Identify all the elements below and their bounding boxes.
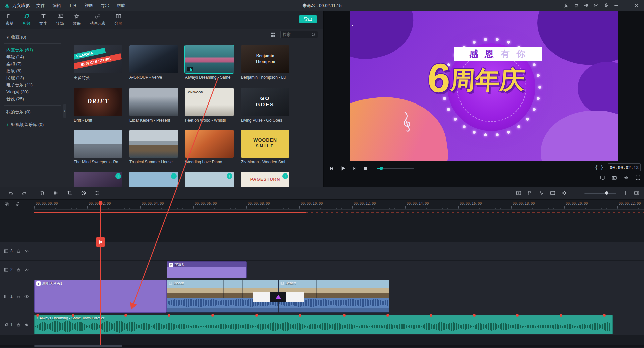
menu-item[interactable]: 帮助	[113, 0, 129, 11]
cart-icon[interactable]	[571, 0, 581, 11]
horizontal-scrollbar[interactable]	[0, 345, 644, 347]
subtitle-icon[interactable]	[550, 190, 555, 196]
music-thumbnail[interactable]: DRIFT ↓	[74, 88, 122, 116]
track-lane[interactable]	[34, 242, 644, 260]
eye-icon[interactable]	[24, 249, 29, 253]
fullscreen-icon[interactable]	[635, 175, 641, 180]
media-tab[interactable]: 素材	[1, 11, 18, 29]
zoom-out-icon[interactable]	[573, 190, 578, 196]
sidebar-item[interactable]: 收藏 (0)	[0, 33, 66, 41]
undo-icon[interactable]	[8, 190, 13, 196]
sidebar-item[interactable]: 电子音乐 (11)	[0, 81, 66, 88]
timeline-zoom-slider[interactable]	[584, 193, 616, 194]
sidebar-item[interactable]: 音效 (25)	[0, 95, 66, 102]
music-item[interactable]: ↓	[129, 172, 178, 187]
beat-marker[interactable]	[36, 314, 39, 317]
menu-item[interactable]: 导出	[97, 0, 113, 11]
sidebar-item[interactable]: 摇滚 (6)	[0, 67, 66, 74]
lock-icon[interactable]	[16, 294, 21, 299]
search-input[interactable]	[283, 32, 311, 37]
clip-subtitle[interactable]: T 字幕3	[167, 261, 247, 278]
sidebar-item[interactable]: 内置音乐 (61)	[0, 46, 66, 53]
zoom-in-icon[interactable]	[623, 190, 628, 196]
download-icon[interactable]: ↓	[115, 173, 121, 179]
playhead-handle[interactable]	[99, 201, 102, 205]
music-thumbnail[interactable]: FILMORA EFFECTS STORE ↓	[74, 45, 122, 73]
volume-slider[interactable]	[377, 168, 414, 169]
beat-marker[interactable]	[124, 314, 127, 317]
menu-item[interactable]: 编辑	[49, 0, 65, 11]
beat-marker[interactable]	[386, 314, 389, 317]
next-frame-button[interactable]	[352, 166, 357, 171]
music-thumbnail[interactable]: PAGESTURN ↓	[241, 172, 289, 187]
sidebar-item[interactable]: 我的音乐 (0)	[0, 108, 66, 115]
manage-tracks-icon[interactable]	[4, 202, 9, 207]
music-thumbnail[interactable]: WOODEN SMILE ↓	[241, 130, 289, 158]
download-icon[interactable]: ↓	[227, 173, 232, 179]
music-item[interactable]: GO GOES ↓ Living Pulse - Go Goes	[241, 88, 289, 123]
link-clips-icon[interactable]	[15, 202, 20, 207]
music-item[interactable]: DRIFT ↓ Drift - Drift	[74, 88, 122, 123]
beat-marker[interactable]	[168, 314, 170, 317]
stop-button[interactable]	[363, 166, 368, 171]
playhead[interactable]	[100, 201, 101, 345]
display-settings-icon[interactable]	[600, 175, 605, 180]
h-scrollbar-thumb[interactable]	[34, 345, 122, 347]
grid-view-icon[interactable]	[271, 32, 276, 37]
music-item[interactable]: ON WOOD ↓ Feet on Wood - Whistli	[185, 88, 234, 123]
lock-icon[interactable]	[16, 249, 21, 253]
music-thumbnail[interactable]: ↓	[74, 130, 122, 158]
download-icon[interactable]: ↓	[171, 173, 177, 179]
user-icon[interactable]	[561, 0, 571, 11]
music-thumbnail[interactable]: Benjamin Thompson ↓	[241, 45, 289, 73]
search-icon[interactable]	[311, 32, 316, 37]
music-thumbnail[interactable]: GO GOES ↓	[241, 88, 289, 116]
delete-icon[interactable]	[40, 190, 45, 196]
crop-icon[interactable]	[67, 190, 72, 196]
music-thumbnail[interactable]: ↓	[185, 172, 234, 187]
snapshot-icon[interactable]	[612, 175, 617, 180]
eye-icon[interactable]	[24, 268, 29, 272]
fit-timeline-icon[interactable]	[634, 190, 639, 196]
music-thumbnail[interactable]: ↓	[129, 172, 178, 187]
media-tab[interactable]: 效果	[68, 11, 85, 29]
track-lane[interactable]: T 周年庆片头1 Beach	[34, 279, 644, 314]
media-tab[interactable]: 分屏	[110, 11, 127, 29]
voiceover-mic-icon[interactable]	[539, 190, 544, 196]
music-thumbnail[interactable]: ↓	[129, 88, 178, 116]
lock-icon[interactable]	[16, 323, 21, 327]
sidebar-item[interactable]: 民谣 (13)	[0, 74, 66, 81]
split-scissors-icon[interactable]	[53, 190, 59, 196]
music-item[interactable]: ↓ The Mind Sweepers - Ra	[74, 130, 122, 164]
beat-marker[interactable]	[560, 314, 562, 317]
beat-marker[interactable]	[603, 314, 606, 317]
sidebar-collapse-button[interactable]: ‹	[63, 104, 66, 118]
media-tab[interactable]: 动画元素	[85, 11, 110, 29]
lock-icon[interactable]	[16, 268, 21, 272]
track-lane[interactable]: T 字幕3	[34, 261, 644, 279]
redo-icon[interactable]	[22, 190, 27, 196]
music-item[interactable]: ↓ Tropical Summer House	[129, 130, 178, 164]
play-button[interactable]	[340, 165, 346, 172]
menu-item[interactable]: 工具	[65, 0, 81, 11]
minimize-button[interactable]	[611, 0, 621, 11]
beat-marker[interactable]	[430, 314, 432, 317]
beat-marker[interactable]	[255, 314, 258, 317]
mail-icon[interactable]	[591, 0, 601, 11]
sidebar-item[interactable]: 柔和 (7)	[0, 60, 66, 67]
mic-icon[interactable]	[601, 0, 611, 11]
music-item[interactable]: ↓	[74, 172, 122, 187]
menu-item[interactable]: 视图	[81, 0, 97, 11]
close-button[interactable]	[631, 0, 641, 11]
export-button[interactable]: 导出	[299, 15, 317, 23]
eye-icon[interactable]	[24, 294, 29, 299]
music-thumbnail[interactable]: ON WOOD ↓	[185, 88, 234, 116]
previous-frame-button[interactable]	[329, 166, 334, 171]
music-item[interactable]: ↓	[185, 172, 234, 187]
beat-marker[interactable]	[473, 314, 476, 317]
sidebar-item[interactable]: 短视频音乐库 (0)	[0, 121, 66, 128]
speaker-icon[interactable]	[624, 175, 629, 180]
maximize-button[interactable]	[621, 0, 631, 11]
music-thumbnail[interactable]: ↓	[74, 172, 122, 187]
media-tab[interactable]: 转场	[52, 11, 68, 29]
